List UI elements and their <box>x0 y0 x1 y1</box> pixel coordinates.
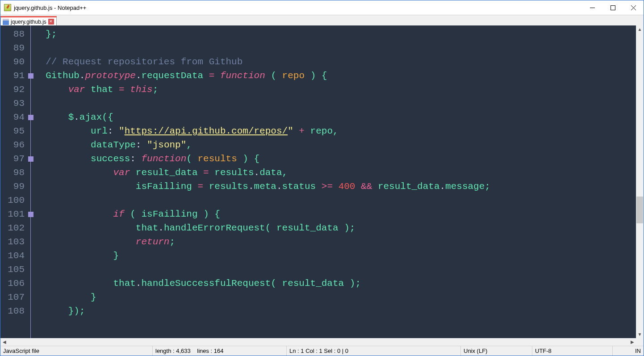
tab-close-icon[interactable]: ✕ <box>48 19 54 25</box>
scroll-up-arrow-icon[interactable]: ▲ <box>636 25 644 33</box>
code-area[interactable]: }; // Request repositories from Github G… <box>34 25 636 338</box>
scroll-right-arrow-icon[interactable]: ▶ <box>628 338 636 346</box>
fold-marker[interactable] <box>28 73 33 79</box>
maximize-button[interactable] <box>602 1 623 14</box>
vertical-scrollbar[interactable]: ▲ ▼ <box>636 25 644 338</box>
horizontal-scrollbar[interactable]: ◀ ▶ <box>0 338 644 346</box>
status-insert-mode: IN <box>612 346 644 356</box>
status-encoding: UTF-8 <box>532 346 612 356</box>
status-position: Ln : 1 Col : 1 Sel : 0 | 0 <box>286 346 460 356</box>
tab-label: jquery.github.js <box>11 19 46 25</box>
save-icon <box>3 19 9 25</box>
editor[interactable]: 88 89 90 91 92 93 94 95 96 97 98 99 100 … <box>0 25 644 338</box>
scroll-down-arrow-icon[interactable]: ▼ <box>636 331 644 338</box>
status-length: length : 4,633 lines : 164 <box>152 346 286 356</box>
titlebar: jquery.github.js - Notepad++ <box>0 0 644 15</box>
fold-marker[interactable] <box>28 115 33 120</box>
svg-rect-1 <box>611 5 615 10</box>
status-eol: Unix (LF) <box>460 346 532 356</box>
status-filetype: JavaScript file <box>0 346 152 356</box>
tabbar: jquery.github.js ✕ <box>0 15 644 25</box>
statusbar: JavaScript file length : 4,633 lines : 1… <box>0 346 644 356</box>
tab-file[interactable]: jquery.github.js ✕ <box>0 16 57 26</box>
line-number-gutter: 88 89 90 91 92 93 94 95 96 97 98 99 100 … <box>0 25 27 338</box>
window-title: jquery.github.js - Notepad++ <box>14 4 86 11</box>
scroll-left-arrow-icon[interactable]: ◀ <box>0 338 8 346</box>
hscroll-track[interactable] <box>8 338 628 346</box>
close-button[interactable] <box>623 1 644 14</box>
app-icon <box>4 4 11 11</box>
scroll-thumb[interactable] <box>636 197 643 223</box>
scroll-track[interactable] <box>636 33 644 331</box>
minimize-button[interactable] <box>582 1 602 14</box>
scroll-corner <box>636 338 644 346</box>
fold-marker[interactable] <box>28 212 33 217</box>
fold-column[interactable] <box>27 25 34 338</box>
fold-marker[interactable] <box>28 156 33 162</box>
